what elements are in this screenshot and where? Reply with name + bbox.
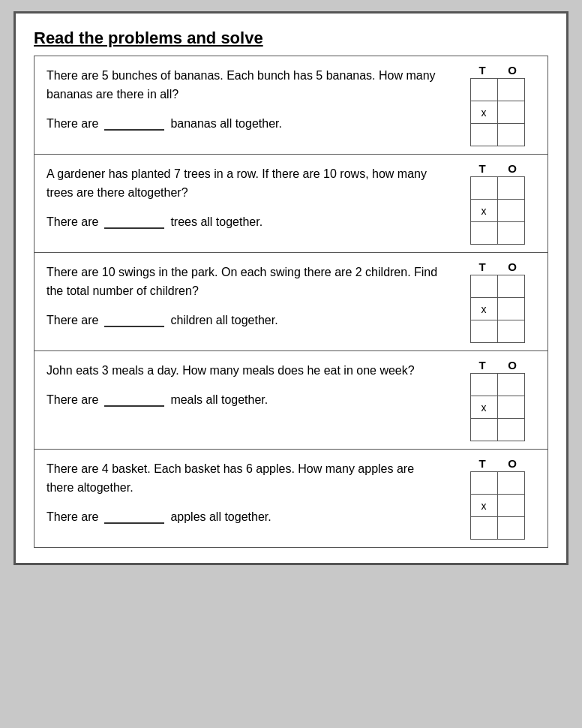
multiplication-grid-1: x [470,78,525,146]
problem-section-5: There are 4 basket. Each basket has 6 ap… [34,450,548,548]
grid-area-4: TOx [450,351,548,449]
grid-cell-2-0-0[interactable] [471,177,498,200]
multiplication-grid-3: x [470,275,525,343]
grid-cell-2-0-1[interactable] [498,177,525,200]
grid-cell-2-2-1[interactable] [498,222,525,245]
answer-prefix-3: There are [46,311,98,330]
grid-cell-2-1-1[interactable] [498,200,525,222]
answer-prefix-5: There are [46,508,98,527]
grid-area-1: TOx [450,56,548,154]
grid-labels-4: TO [467,359,527,372]
problem-question-2: A gardener has planted 7 trees in a row.… [46,165,438,203]
answer-suffix-4: meals all together. [170,391,268,410]
problem-answer-2: There aretrees all together. [46,213,438,232]
problem-text-area-5: There are 4 basket. Each basket has 6 ap… [34,450,450,547]
grid-cell-2-2-0[interactable] [471,222,498,245]
grid-label-3-0: T [469,260,496,273]
grid-cell-1-2-0[interactable] [471,124,498,146]
answer-suffix-2: trees all together. [170,213,262,232]
problem-question-5: There are 4 basket. Each basket has 6 ap… [46,460,438,498]
grid-cell-1-2-1[interactable] [498,124,525,146]
grid-cell-4-2-0[interactable] [471,419,498,441]
grid-label-5-0: T [469,457,496,470]
problem-answer-4: There aremeals all together. [46,391,438,410]
grid-cell-3-1-1[interactable] [498,298,525,320]
grid-label-4-0: T [469,359,496,372]
problem-answer-3: There arechildren all together. [46,311,438,330]
grid-label-5-1: O [499,457,526,470]
grid-area-2: TOx [450,155,548,252]
grid-cell-1-1-1[interactable] [498,101,525,124]
answer-prefix-4: There are [46,391,98,410]
grid-label-2-0: T [469,162,496,175]
problem-question-4: John eats 3 meals a day. How many meals … [46,362,438,381]
problem-answer-5: There areapples all together. [46,508,438,527]
grid-cell-5-2-0[interactable] [471,517,498,540]
problem-text-area-4: John eats 3 meals a day. How many meals … [34,351,450,449]
grid-cell-3-1-0[interactable]: x [471,298,498,320]
grid-area-5: TOx [450,450,548,547]
grid-labels-2: TO [467,162,527,175]
grid-cell-5-0-0[interactable] [471,472,498,495]
problems-container: There are 5 bunches of bananas. Each bun… [34,56,548,548]
grid-cell-3-0-0[interactable] [471,275,498,298]
grid-cell-1-1-0[interactable]: x [471,101,498,124]
grid-cell-3-2-1[interactable] [498,320,525,343]
answer-prefix-1: There are [46,115,98,134]
page-container: Read the problems and solve There are 5 … [14,11,568,565]
multiplication-grid-4: x [470,373,525,441]
problem-section-1: There are 5 bunches of bananas. Each bun… [34,56,548,155]
grid-label-3-1: O [499,260,526,273]
grid-cell-3-2-0[interactable] [471,320,498,343]
grid-cell-4-0-0[interactable] [471,374,498,396]
answer-blank-4[interactable] [104,393,164,407]
problem-text-area-2: A gardener has planted 7 trees in a row.… [34,155,450,252]
grid-cell-5-2-1[interactable] [498,517,525,540]
answer-blank-5[interactable] [104,510,164,524]
problem-question-1: There are 5 bunches of bananas. Each bun… [46,67,438,104]
multiplication-grid-2: x [470,176,525,245]
answer-blank-2[interactable] [104,215,164,229]
problem-section-3: There are 10 swings in the park. On each… [34,253,548,351]
answer-suffix-3: children all together. [170,311,278,330]
grid-label-2-1: O [499,162,526,175]
grid-cell-1-0-1[interactable] [498,79,525,101]
grid-label-1-1: O [499,64,526,77]
grid-cell-4-2-1[interactable] [498,419,525,441]
grid-area-3: TOx [450,253,548,350]
answer-suffix-5: apples all together. [170,508,271,527]
grid-label-4-1: O [499,359,526,372]
grid-cell-4-1-0[interactable]: x [471,396,498,419]
grid-cell-5-1-0[interactable]: x [471,495,498,517]
grid-cell-2-1-0[interactable]: x [471,200,498,222]
answer-prefix-2: There are [46,213,98,232]
grid-cell-4-0-1[interactable] [498,374,525,396]
problem-answer-1: There arebananas all together. [46,115,438,134]
problem-text-area-3: There are 10 swings in the park. On each… [34,253,450,350]
problem-text-area-1: There are 5 bunches of bananas. Each bun… [34,56,450,154]
grid-cell-5-1-1[interactable] [498,495,525,517]
grid-labels-5: TO [467,457,527,470]
grid-cell-1-0-0[interactable] [471,79,498,101]
grid-cell-3-0-1[interactable] [498,275,525,298]
page-title: Read the problems and solve [34,29,548,48]
grid-labels-3: TO [467,260,527,273]
problem-section-4: John eats 3 meals a day. How many meals … [34,351,548,450]
grid-cell-5-0-1[interactable] [498,472,525,495]
problem-section-2: A gardener has planted 7 trees in a row.… [34,155,548,253]
answer-blank-1[interactable] [104,117,164,131]
grid-cell-4-1-1[interactable] [498,396,525,419]
grid-labels-1: TO [467,64,527,77]
answer-blank-3[interactable] [104,314,164,327]
answer-suffix-1: bananas all together. [170,115,282,134]
multiplication-grid-5: x [470,471,525,540]
problem-question-3: There are 10 swings in the park. On each… [46,263,438,301]
grid-label-1-0: T [469,64,496,77]
